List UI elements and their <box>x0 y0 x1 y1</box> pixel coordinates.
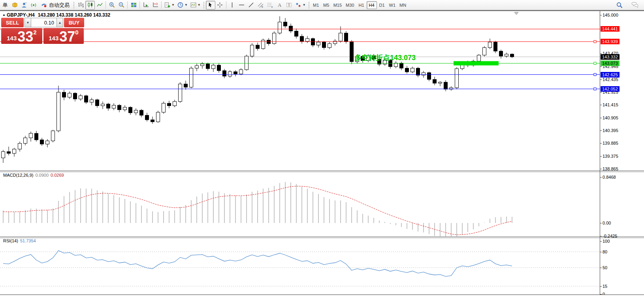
toolbar-grip <box>73 2 75 9</box>
sell-button[interactable]: SELL <box>1 18 24 27</box>
candle-up <box>134 108 138 115</box>
text-label-icon: T <box>286 2 292 8</box>
rsi-axis-label: 100 <box>603 239 610 244</box>
crosshair-tool-button[interactable] <box>215 1 225 9</box>
periods-button[interactable]: ▼ <box>176 1 189 9</box>
volume-decrease-button[interactable]: ▼ <box>24 18 31 27</box>
zoom-out-button[interactable] <box>117 1 126 9</box>
panel-splitter[interactable] <box>0 170 644 172</box>
line-chart-icon <box>96 2 103 8</box>
timeframe-w1-button[interactable]: W1 <box>387 1 398 9</box>
candle-up <box>422 71 426 77</box>
autotrade-button[interactable]: 自动交易 <box>38 1 72 9</box>
fibonacci-tool-button[interactable]: F <box>266 1 275 9</box>
toolbar-separator <box>226 1 226 9</box>
indicators-button[interactable]: ▼ <box>163 1 176 9</box>
line-handle[interactable] <box>594 40 596 43</box>
main-chart-plot[interactable]: 多空转折点143.073 <box>0 11 600 170</box>
buy-button[interactable]: BUY <box>64 18 84 27</box>
macd-value: 0.0900 <box>35 173 49 178</box>
horizontal-line-tool-button[interactable] <box>237 1 247 9</box>
price-tick: 141.415 <box>603 102 618 107</box>
candle-up <box>273 31 276 45</box>
candle-up <box>24 136 27 145</box>
volume-input[interactable] <box>31 18 56 27</box>
timeframe-mn-button[interactable]: MN <box>397 1 408 9</box>
volume-increase-button[interactable]: ▲ <box>56 18 63 27</box>
rsi-panel-plot[interactable] <box>0 238 600 295</box>
candle-down <box>350 40 354 64</box>
triangle-up-icon: ▲ <box>2 13 6 17</box>
chart-line-button[interactable] <box>95 1 104 9</box>
cursor-tool-button[interactable] <box>206 1 215 9</box>
buy-price-box[interactable]: 143 37 0 <box>43 28 84 44</box>
buy-price-superscript: 0 <box>75 29 78 36</box>
toolbar-separator <box>127 1 128 9</box>
chevron-down-icon: ▼ <box>171 3 175 7</box>
timeframe-m5-button[interactable]: M5 <box>321 1 331 9</box>
candle-down <box>40 138 44 146</box>
tile-windows-button[interactable] <box>129 1 138 9</box>
vertical-line-tool-button[interactable] <box>228 1 237 9</box>
candle-down <box>267 38 271 45</box>
trendline-icon <box>248 2 254 8</box>
timeframe-h4-button[interactable]: H4 <box>367 1 377 9</box>
candle-up <box>90 98 94 105</box>
text-label-tool-button[interactable]: T <box>284 1 294 9</box>
timeframe-m30-button[interactable]: M30 <box>344 1 356 9</box>
zoom-in-button[interactable] <box>107 1 117 9</box>
text-tool-button[interactable]: A <box>275 1 284 9</box>
chart-shift-marker[interactable] <box>514 12 518 15</box>
main-toolbar: 单 自动交易 <box>0 0 644 10</box>
candle-up <box>250 43 254 58</box>
annotation-text[interactable]: 多空转折点143.073 <box>354 54 416 62</box>
time-axis[interactable] <box>0 295 644 306</box>
candle-up <box>46 139 49 147</box>
sell-price-box[interactable]: 143 33 2 <box>1 28 42 44</box>
candle-up <box>29 132 33 142</box>
candle-up <box>394 61 398 68</box>
line-handle[interactable] <box>594 74 596 76</box>
candle-up <box>101 102 105 109</box>
auto-scroll-button[interactable] <box>141 1 151 9</box>
chart-shift-button[interactable] <box>151 1 160 9</box>
chat-button[interactable] <box>630 1 640 9</box>
macd-panel-plot[interactable] <box>0 172 600 236</box>
candle-up <box>123 105 127 111</box>
book-icon <box>11 2 18 8</box>
timeframe-m1-button[interactable]: M1 <box>311 1 321 9</box>
timeframe-d1-button[interactable]: D1 <box>377 1 387 9</box>
chart-candles-button[interactable] <box>85 1 95 9</box>
support-zone-rect[interactable] <box>454 61 499 66</box>
arrows-tool-button[interactable]: ▼ <box>294 1 307 9</box>
candle-down <box>256 43 260 51</box>
price-label-142.625: 142.625 <box>601 72 620 77</box>
candle-up <box>13 148 16 157</box>
trendline-tool-button[interactable] <box>247 1 256 9</box>
line-handle[interactable] <box>594 88 596 90</box>
svg-text:E: E <box>262 6 263 8</box>
search-button[interactable] <box>615 1 624 9</box>
new-order-label: 单 <box>3 2 8 9</box>
template-chart-icon <box>190 2 197 8</box>
macd-histogram <box>3 182 512 236</box>
chart-bars-button[interactable] <box>76 1 85 9</box>
channel-tool-button[interactable]: E <box>256 1 266 9</box>
candle-down <box>427 72 431 81</box>
candle-down <box>217 63 221 73</box>
timeframe-m15-button[interactable]: M15 <box>331 1 344 9</box>
zoom-in-icon <box>109 2 115 8</box>
price-axis[interactable]: 145.000143.470142.945142.435141.925141.4… <box>600 11 644 295</box>
account-book-button[interactable] <box>10 1 19 9</box>
panel-splitter[interactable] <box>0 236 644 238</box>
candle-down <box>118 104 121 112</box>
chart-shift-icon <box>152 2 159 8</box>
new-order-button[interactable]: 单 <box>0 1 10 9</box>
one-click-trading-panel: SELL ▼ ▲ BUY 143 33 2 143 37 0 <box>1 18 84 44</box>
line-handle[interactable] <box>594 62 596 64</box>
toolbar-grip <box>203 2 205 9</box>
signal-button[interactable] <box>29 1 38 9</box>
timeframe-h1-button[interactable]: H1 <box>356 1 367 9</box>
profile-button[interactable] <box>19 1 29 9</box>
templates-button[interactable]: ▼ <box>189 1 202 9</box>
